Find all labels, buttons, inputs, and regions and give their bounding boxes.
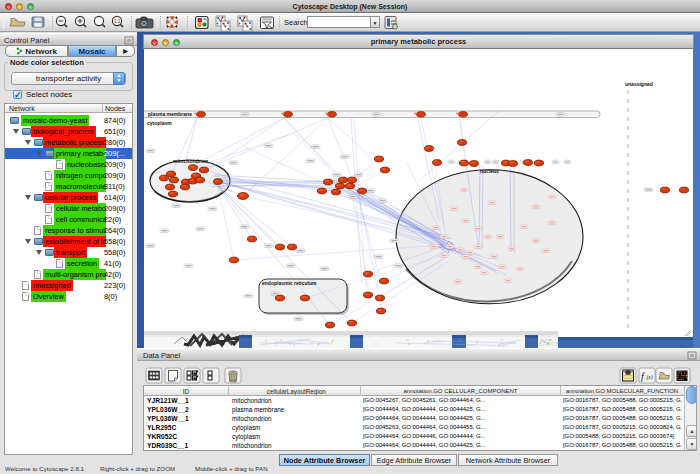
svg-text:endoplasmic reticulum: endoplasmic reticulum xyxy=(262,280,317,286)
svg-text:mitochondrion: mitochondrion xyxy=(173,158,208,164)
svg-text:cytoplasm: cytoplasm xyxy=(147,120,172,126)
svg-text:(x): (x) xyxy=(647,374,653,381)
svg-text:1:1: 1:1 xyxy=(114,19,121,24)
svg-text:nucleus: nucleus xyxy=(480,168,499,174)
svg-text:plasma membrane: plasma membrane xyxy=(148,111,192,117)
svg-text:unassigned: unassigned xyxy=(625,81,653,87)
